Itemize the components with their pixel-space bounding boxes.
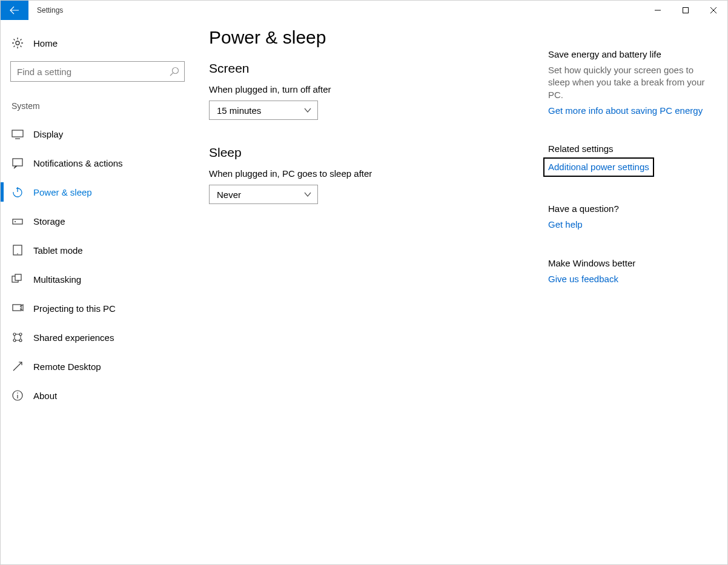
search-input[interactable] — [17, 67, 170, 77]
tablet-icon — [12, 244, 24, 256]
svg-point-14 — [19, 333, 22, 335]
search-icon — [170, 67, 179, 76]
energy-link[interactable]: Get more info about saving PC energy — [548, 105, 703, 117]
nav-power-sleep[interactable]: Power & sleep — [10, 177, 185, 207]
minimize-button[interactable] — [644, 1, 672, 20]
screen-heading: Screen — [209, 61, 548, 76]
nav-about[interactable]: About — [10, 381, 185, 410]
sleep-value: Never — [217, 190, 241, 200]
nav-label: Power & sleep — [33, 187, 92, 197]
nav-label: Multitasking — [33, 274, 81, 285]
svg-rect-12 — [13, 305, 21, 311]
projecting-icon — [12, 302, 24, 314]
svg-point-1 — [16, 41, 19, 45]
energy-heading: Save energy and battery life — [548, 49, 706, 59]
display-icon — [12, 128, 24, 140]
close-button[interactable] — [700, 1, 727, 20]
additional-power-link[interactable]: Additional power settings — [548, 161, 649, 173]
nav-label: About — [33, 391, 57, 401]
back-arrow-icon — [10, 5, 19, 15]
nav-storage[interactable]: Storage — [10, 207, 185, 236]
nav-projecting[interactable]: Projecting to this PC — [10, 294, 185, 323]
main-pane: Power & sleep Screen When plugged in, tu… — [194, 20, 727, 564]
nav-label: Display — [33, 129, 63, 139]
screen-off-label: When plugged in, turn off after — [209, 84, 548, 94]
get-help-link[interactable]: Get help — [548, 219, 583, 231]
minimize-icon — [655, 7, 661, 13]
gear-icon — [12, 37, 24, 49]
sleep-heading: Sleep — [209, 145, 548, 160]
remote-desktop-icon — [12, 360, 24, 372]
nav-notifications[interactable]: Notifications & actions — [10, 148, 185, 177]
energy-text: Set how quickly your screen goes to slee… — [548, 64, 706, 101]
home-label: Home — [33, 38, 58, 48]
svg-rect-6 — [13, 219, 22, 224]
svg-point-2 — [173, 68, 179, 74]
section-label: System — [10, 101, 185, 111]
chevron-down-icon — [304, 107, 311, 114]
back-button[interactable] — [1, 1, 28, 20]
svg-rect-3 — [12, 130, 23, 137]
nav-tablet-mode[interactable]: Tablet mode — [10, 236, 185, 265]
svg-point-16 — [19, 339, 22, 342]
page-title: Power & sleep — [209, 27, 548, 48]
related-heading: Related settings — [548, 144, 706, 154]
nav-label: Tablet mode — [33, 245, 83, 256]
sleep-dropdown[interactable]: Never — [209, 185, 318, 204]
svg-rect-0 — [683, 8, 689, 13]
screen-off-dropdown[interactable]: 15 minutes — [209, 101, 318, 120]
svg-point-7 — [15, 221, 16, 222]
nav-label: Projecting to this PC — [33, 303, 116, 314]
storage-icon — [12, 215, 24, 227]
feedback-heading: Make Windows better — [548, 258, 706, 268]
maximize-button[interactable] — [672, 1, 700, 20]
chevron-down-icon — [304, 191, 311, 198]
maximize-icon — [683, 7, 689, 13]
home-nav[interactable]: Home — [10, 35, 185, 61]
svg-point-18 — [17, 392, 18, 394]
nav-label: Storage — [33, 216, 65, 226]
right-rail: Save energy and battery life Set how qui… — [548, 27, 706, 564]
nav-multitasking[interactable]: Multitasking — [10, 265, 185, 294]
sleep-label: When plugged in, PC goes to sleep after — [209, 168, 548, 179]
svg-point-15 — [13, 339, 16, 342]
multitasking-icon — [12, 273, 24, 285]
power-icon — [12, 186, 24, 198]
svg-rect-4 — [13, 159, 22, 166]
sidebar: Home System Display Notifications & acti… — [1, 20, 194, 564]
nav-remote-desktop[interactable]: Remote Desktop — [10, 352, 185, 381]
nav-label: Remote Desktop — [33, 362, 101, 372]
nav-shared-experiences[interactable]: Shared experiences — [10, 323, 185, 352]
window-controls — [644, 1, 727, 20]
screen-off-value: 15 minutes — [217, 105, 261, 116]
shared-icon — [12, 331, 24, 343]
nav-label: Shared experiences — [33, 332, 114, 343]
svg-rect-11 — [15, 274, 21, 280]
search-box[interactable] — [10, 61, 185, 82]
svg-point-9 — [17, 253, 18, 254]
title-bar: Settings — [1, 1, 727, 20]
additional-power-highlight: Additional power settings — [543, 157, 654, 177]
info-icon — [12, 389, 24, 401]
nav-display[interactable]: Display — [10, 119, 185, 148]
notification-icon — [12, 157, 24, 169]
svg-point-13 — [13, 333, 16, 335]
feedback-link[interactable]: Give us feedback — [548, 273, 618, 285]
close-icon — [710, 7, 716, 13]
help-heading: Have a question? — [548, 203, 706, 214]
nav-label: Notifications & actions — [33, 158, 123, 168]
window-title: Settings — [28, 1, 644, 20]
